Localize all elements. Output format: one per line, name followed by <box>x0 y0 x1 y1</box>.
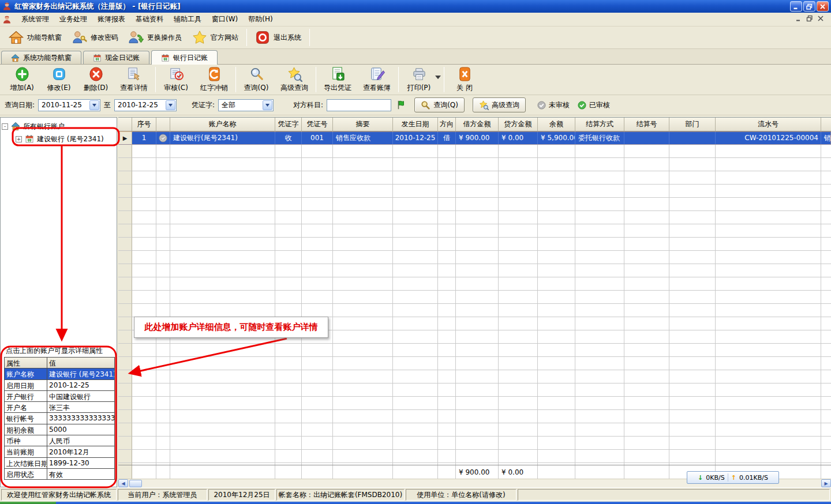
tab-银行日记账[interactable]: 银行日记账 <box>151 50 218 65</box>
column-header-序号[interactable]: 序号 <box>132 118 156 131</box>
scroll-left-icon[interactable]: ◀ <box>118 479 128 487</box>
empty-cell <box>170 423 275 437</box>
tree-node-all-bank-accounts[interactable]: - 所有银行账户 <box>2 120 115 133</box>
toolbar-button-更换操作员[interactable]: 更换操作员 <box>123 28 187 47</box>
empty-cell <box>333 357 393 370</box>
action-button-查询(Q)[interactable]: 查询(Q) <box>238 65 275 94</box>
action-button-打印(P)[interactable]: 打印(P) <box>400 65 437 94</box>
column-header-流水号[interactable]: 流水号 <box>716 118 821 131</box>
column-header-账户名称[interactable]: 账户名称 <box>170 118 275 131</box>
toolbar-button-功能导航窗[interactable]: 功能导航窗 <box>3 28 67 47</box>
tree-node-label: 建设银行 (尾号2341) <box>37 134 104 144</box>
summary-cell-凭证号 <box>302 465 333 479</box>
empty-cell <box>499 277 538 291</box>
empty-cell <box>132 304 156 317</box>
empty-cell <box>821 410 831 423</box>
tab-现金日记账[interactable]: 现金日记账 <box>83 51 149 64</box>
action-button-高级查询[interactable]: 高级查询 <box>275 65 314 94</box>
date-from-combobox[interactable]: 2010-11-25 <box>38 99 100 111</box>
tree-node-construction-bank[interactable]: + 建设银行 (尾号2341) <box>2 133 115 145</box>
empty-cell <box>624 198 669 211</box>
menu-item-帮助(H)[interactable]: 帮助(H) <box>243 13 278 26</box>
column-header-部门[interactable]: 部门 <box>669 118 716 131</box>
empty-row <box>118 450 831 463</box>
column-header-row-marker[interactable] <box>118 118 132 131</box>
column-header-方向[interactable]: 方向 <box>438 118 456 131</box>
start-button-sliver[interactable] <box>0 502 56 504</box>
action-button-增加(A)[interactable]: 增加(A) <box>3 65 40 94</box>
empty-cell <box>275 251 302 264</box>
mdi-close-button[interactable] <box>817 15 824 24</box>
query-button[interactable]: 查询(Q) <box>414 97 465 112</box>
column-header-凭证号[interactable]: 凭证号 <box>302 118 333 131</box>
column-header-发生日期[interactable]: 发生日期 <box>393 118 438 131</box>
empty-cell <box>118 437 132 450</box>
chevron-down-icon[interactable] <box>89 100 99 110</box>
action-button-审核(C)[interactable]: 审核(C) <box>158 65 194 94</box>
action-button-查看账簿[interactable]: 查看账簿 <box>357 65 396 94</box>
column-header-余额[interactable]: 余额 <box>538 118 575 131</box>
scroll-right-icon[interactable]: ▶ <box>821 479 831 487</box>
expand-expander-icon[interactable]: + <box>16 136 22 142</box>
mdi-minimize-button[interactable] <box>795 15 802 24</box>
empty-cell <box>624 317 669 330</box>
chevron-down-icon[interactable] <box>166 100 175 110</box>
taskbar-sliver <box>0 502 831 504</box>
minimize-button[interactable] <box>790 1 802 12</box>
column-header-摘要[interactable]: 摘要 <box>333 118 393 131</box>
summary-cell-方向 <box>438 465 456 479</box>
query-bar: 查询日期: 2010-11-25 至 2010-12-25 凭证字: 全部 对方… <box>0 95 831 115</box>
opponent-account-input[interactable] <box>327 99 391 111</box>
mdi-restore-button[interactable] <box>806 15 813 24</box>
chevron-down-icon[interactable] <box>263 100 272 110</box>
action-button-导出凭证[interactable]: 导出凭证 <box>318 65 357 94</box>
empty-cell <box>132 211 156 224</box>
action-button-修改(E)[interactable]: 修改(E) <box>40 65 77 94</box>
flag-icon[interactable] <box>396 100 406 110</box>
close-button[interactable] <box>817 1 829 12</box>
network-speed-indicator: ↓ 0KB/S ↑ 0.01KB/S <box>687 471 779 484</box>
menu-item-系统管理[interactable]: 系统管理 <box>16 13 54 26</box>
advanced-query-button[interactable]: 高级查询 <box>473 97 526 112</box>
restore-button[interactable] <box>803 1 815 12</box>
column-header-audit-badge[interactable] <box>156 118 170 131</box>
action-button-红字冲销[interactable]: 红字冲销 <box>194 65 234 94</box>
voucher-type-combobox[interactable]: 全部 <box>218 99 274 111</box>
empty-cell <box>393 211 438 224</box>
action-button-查看详情[interactable]: 查看详情 <box>114 65 154 94</box>
toolbar-button-官方网站[interactable]: 官方网站 <box>187 28 244 47</box>
empty-cell <box>393 344 438 357</box>
empty-cell <box>302 185 333 198</box>
empty-cell <box>499 330 538 344</box>
empty-cell <box>118 304 132 317</box>
menu-item-账簿报表[interactable]: 账簿报表 <box>92 13 130 26</box>
toolbar-button-退出系统[interactable]: 退出系统 <box>250 28 306 47</box>
scrollbar-thumb[interactable] <box>129 480 142 487</box>
column-header-贷方金额[interactable]: 贷方金额 <box>499 118 538 131</box>
home-small-icon <box>11 122 20 131</box>
action-button-关 闭[interactable]: 关 闭 <box>446 65 483 94</box>
property-name: 上次结账日期 <box>5 458 47 468</box>
menu-item-辅助工具[interactable]: 辅助工具 <box>169 13 207 26</box>
empty-cell <box>132 291 156 304</box>
tab-系统功能导航窗[interactable]: 系统功能导航窗 <box>1 51 81 64</box>
date-to-combobox[interactable]: 2010-12-25 <box>114 99 177 111</box>
toolbar-button-修改密码[interactable]: 修改密码 <box>67 28 123 47</box>
empty-cell <box>438 264 456 277</box>
column-header-借方金额[interactable]: 借方金额 <box>456 118 499 131</box>
date-to-value: 2010-12-25 <box>118 101 165 109</box>
empty-cell <box>132 450 156 463</box>
menu-item-业务处理[interactable]: 业务处理 <box>54 13 92 26</box>
column-header-结算方式[interactable]: 结算方式 <box>575 118 624 131</box>
column-header-clipped-column[interactable] <box>821 118 831 131</box>
menu-app-icon <box>2 15 12 24</box>
menu-item-窗口(W)[interactable]: 窗口(W) <box>207 13 243 26</box>
column-header-结算号[interactable]: 结算号 <box>624 118 669 131</box>
action-button-label: 修改(E) <box>47 83 71 93</box>
column-header-凭证字[interactable]: 凭证字 <box>275 118 302 131</box>
table-row[interactable]: 1建设银行(尾号2341)收001销售应收款2010-12-25借¥ 900.0… <box>118 131 831 145</box>
menu-item-基础资料[interactable]: 基础资料 <box>130 13 169 26</box>
collapse-expander-icon[interactable]: - <box>2 123 8 130</box>
empty-cell <box>438 238 456 251</box>
action-button-删除(D)[interactable]: 删除(D) <box>77 65 114 94</box>
